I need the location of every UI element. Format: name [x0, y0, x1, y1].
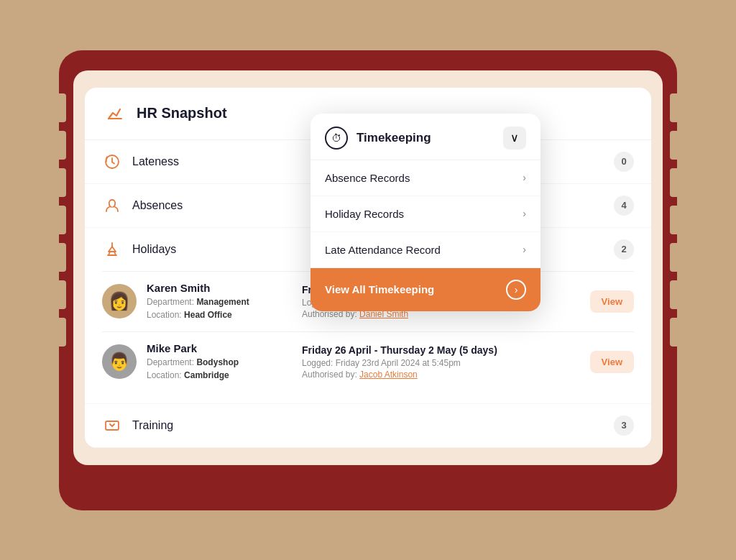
timekeeping-dropdown: ⏱ Timekeeping ∨ Absence Records › Holida… [310, 114, 540, 311]
training-icon [102, 416, 122, 436]
view-button-0[interactable]: View [590, 290, 634, 313]
view-all-timekeeping-button[interactable]: View All Timekeeping › [310, 268, 540, 311]
record-authorised-1: Authorised by: Jacob Atkinson [302, 369, 579, 380]
view-all-icon: › [506, 280, 526, 300]
holidays-badge: 2 [614, 239, 634, 260]
person-name-1: Mike Park [147, 342, 290, 354]
sidebar-item-training[interactable]: Training 3 [85, 404, 651, 448]
avatar: 👩 [102, 284, 137, 318]
timekeeping-header-icon: ⏱ [325, 127, 348, 150]
person-meta-1: Department: Bodyshop Location: Cambridge [147, 356, 290, 382]
view-button-1[interactable]: View [590, 351, 634, 373]
lateness-badge: 0 [614, 152, 634, 172]
avatar: 👨 [102, 344, 137, 379]
person-info-0: Karen Smith Department: Management Locat… [147, 282, 290, 321]
absences-badge: 4 [614, 196, 634, 216]
holiday-records-label: Holiday Records [325, 208, 523, 220]
dropdown-item-holiday-records[interactable]: Holiday Records › [310, 196, 540, 232]
dropdown-close-chevron[interactable]: ∨ [503, 127, 526, 150]
person-info-1: Mike Park Department: Bodyshop Location:… [147, 342, 290, 382]
training-badge: 3 [614, 416, 634, 436]
dropdown-header: ⏱ Timekeeping ∨ [310, 114, 540, 160]
dropdown-item-absence-records[interactable]: Absence Records › [310, 160, 540, 196]
inner-frame: HR Snapshot Lateness 0 [73, 70, 663, 465]
record-logged-1: Logged: Friday 23rd April 2024 at 5:45pm [302, 358, 579, 368]
absence-records-chevron: › [523, 172, 526, 183]
training-label: Training [132, 419, 614, 432]
page-title: HR Snapshot [137, 105, 227, 121]
table-row: 👨 Mike Park Department: Bodyshop Locatio… [102, 331, 634, 392]
hr-snapshot-icon [102, 101, 128, 127]
late-attendance-label: Late Attendance Record [325, 244, 523, 256]
record-details-1: Friday 26 April - Thursday 2 May (5 days… [290, 344, 590, 380]
side-tabs-right [670, 93, 683, 346]
holiday-records-chevron: › [523, 208, 526, 219]
late-attendance-chevron: › [523, 244, 526, 255]
lateness-icon [102, 152, 122, 172]
authorised-link-1[interactable]: Jacob Atkinson [359, 369, 418, 380]
holidays-icon [102, 239, 122, 260]
person-meta-0: Department: Management Location: Head Of… [147, 295, 290, 321]
view-all-label: View All Timekeeping [325, 283, 434, 295]
person-name-0: Karen Smith [147, 282, 290, 294]
absence-records-label: Absence Records [325, 172, 523, 184]
dropdown-item-late-attendance[interactable]: Late Attendance Record › [310, 232, 540, 268]
record-date-1: Friday 26 April - Thursday 2 May (5 days… [302, 344, 579, 356]
side-tabs-left [53, 93, 66, 346]
outer-frame: HR Snapshot Lateness 0 [59, 50, 677, 510]
dropdown-title: Timekeeping [356, 131, 431, 145]
absences-icon [102, 196, 122, 216]
